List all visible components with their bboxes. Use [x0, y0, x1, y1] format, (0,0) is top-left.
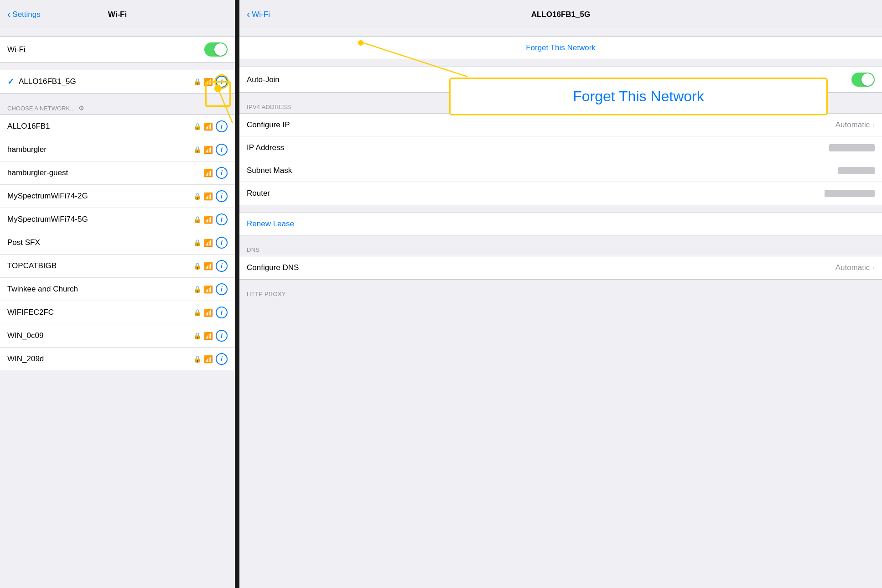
list-item[interactable]: WIN_0c09 🔒 📶 i — [0, 324, 235, 348]
toggle-knob — [214, 43, 227, 56]
info-icon: i — [221, 123, 223, 130]
right-panel-wrapper: ‹ Wi-Fi ALLO16FB1_5G Forget This Network… — [239, 0, 882, 588]
configure-dns-value: Automatic — [835, 263, 870, 272]
info-icon: i — [221, 262, 223, 270]
icons-1: 🔒 📶 i — [193, 144, 228, 156]
info-button-0[interactable]: i — [216, 120, 228, 132]
list-item[interactable]: WIN_209d 🔒 📶 i — [0, 348, 235, 370]
chevron-right-icon: › — [872, 264, 875, 271]
list-item[interactable]: Post SFX 🔒 📶 i — [0, 231, 235, 255]
lock-icon: 🔒 — [193, 239, 201, 246]
network-name-8: WIFIFEC2FC — [7, 308, 193, 317]
auto-join-toggle[interactable] — [851, 73, 875, 87]
list-item[interactable]: hamburgler-guest 📶 i — [0, 161, 235, 185]
forget-network-row[interactable]: Forget This Network — [239, 37, 882, 59]
list-item[interactable]: WIFIFEC2FC 🔒 📶 i — [0, 301, 235, 324]
back-label: Settings — [12, 10, 40, 19]
info-button-4[interactable]: i — [216, 213, 228, 225]
connected-network-row[interactable]: ✓ ALLO16FB1_5G 🔒 📶 i — [0, 70, 235, 93]
wifi-toggle[interactable] — [204, 42, 228, 57]
configure-dns-label: Configure DNS — [247, 263, 835, 272]
configure-ip-label: Configure IP — [247, 120, 835, 130]
forget-network-label: Forget This Network — [526, 43, 596, 52]
left-panel: ‹ Settings Wi-Fi Wi-Fi ✓ ALLO16FB1_5G — [0, 0, 235, 588]
info-icon: i — [221, 169, 223, 177]
router-label: Router — [247, 189, 825, 198]
info-button-2[interactable]: i — [216, 167, 228, 179]
icons-0: 🔒 📶 i — [193, 120, 228, 132]
dns-section: Configure DNS Automatic › — [239, 256, 882, 280]
icons-5: 🔒 📶 i — [193, 237, 228, 249]
network-name-7: Twinkee and Church — [7, 285, 193, 294]
info-button-9[interactable]: i — [216, 330, 228, 342]
icons-9: 🔒 📶 i — [193, 330, 228, 342]
list-item[interactable]: MySpectrumWiFi74-5G 🔒 📶 i — [0, 208, 235, 231]
subnet-mask-label: Subnet Mask — [247, 166, 838, 175]
configure-dns-row[interactable]: Configure DNS Automatic › — [239, 256, 882, 279]
ipv4-header: IPV4 ADDRESS — [239, 100, 882, 113]
list-item[interactable]: hamburgler 🔒 📶 i — [0, 138, 235, 161]
network-name-1: hamburgler — [7, 145, 193, 154]
wifi-icon: 📶 — [204, 285, 213, 294]
info-button-10[interactable]: i — [216, 353, 228, 365]
lock-icon: 🔒 — [193, 146, 201, 153]
info-button-7[interactable]: i — [216, 283, 228, 295]
network-name-10: WIN_209d — [7, 354, 193, 364]
wifi-icon: 📶 — [204, 122, 213, 131]
info-icon: i — [221, 332, 223, 339]
subnet-mask-blurred — [838, 167, 875, 174]
auto-join-knob — [861, 73, 874, 86]
router-blurred — [825, 190, 875, 197]
spinner-icon: ⚙ — [78, 104, 84, 112]
router-row: Router — [239, 182, 882, 205]
wifi-icon: 📶 — [204, 146, 213, 154]
wifi-back-button[interactable]: ‹ Wi-Fi — [247, 9, 270, 21]
network-name-4: MySpectrumWiFi74-5G — [7, 215, 193, 224]
wifi-icon: 📶 — [204, 169, 213, 177]
wifi-icon: 📶 — [204, 332, 213, 340]
info-button-8[interactable]: i — [216, 307, 228, 318]
info-button-6[interactable]: i — [216, 260, 228, 272]
choose-label: CHOOSE A NETWORK... — [7, 105, 75, 112]
connected-info-button[interactable]: i — [216, 76, 228, 88]
panel-divider — [235, 0, 239, 588]
icons-3: 🔒 📶 i — [193, 190, 228, 202]
lock-icon: 🔒 — [193, 262, 201, 270]
ipv4-section: Configure IP Automatic › IP Address Subn… — [239, 113, 882, 205]
info-button-5[interactable]: i — [216, 237, 228, 249]
wifi-icon: 📶 — [204, 308, 213, 317]
info-button-1[interactable]: i — [216, 144, 228, 156]
wifi-icon: 📶 — [204, 192, 213, 201]
lock-icon: 🔒 — [193, 216, 201, 223]
list-item[interactable]: TOPCATBIGB 🔒 📶 i — [0, 255, 235, 278]
lock-icon: 🔒 — [193, 355, 201, 363]
info-icon: i — [221, 286, 223, 293]
right-content: Forget This Network Auto-Join IPV4 ADDRE… — [239, 29, 882, 588]
auto-join-section: Auto-Join — [239, 67, 882, 93]
settings-back-button[interactable]: ‹ Settings — [7, 9, 41, 21]
list-item[interactable]: MySpectrumWiFi74-2G 🔒 📶 i — [0, 185, 235, 208]
ip-address-blurred — [829, 144, 875, 151]
info-button-3[interactable]: i — [216, 190, 228, 202]
list-item[interactable]: Twinkee and Church 🔒 📶 i — [0, 278, 235, 301]
choose-network-header: CHOOSE A NETWORK... ⚙ — [0, 101, 235, 114]
lock-icon: 🔒 — [193, 332, 201, 339]
network-name-9: WIN_0c09 — [7, 331, 193, 340]
configure-ip-row[interactable]: Configure IP Automatic › — [239, 114, 882, 136]
forget-section: Forget This Network — [239, 36, 882, 59]
lock-icon: 🔒 — [193, 286, 201, 293]
wifi-toggle-section: Wi-Fi — [0, 36, 235, 62]
network-name-3: MySpectrumWiFi74-2G — [7, 192, 193, 201]
icons-2: 📶 i — [204, 167, 228, 179]
lock-icon: 🔒 — [193, 78, 201, 85]
icons-6: 🔒 📶 i — [193, 260, 228, 272]
wifi-toggle-row: Wi-Fi — [0, 37, 235, 62]
connected-section: ✓ ALLO16FB1_5G 🔒 📶 i — [0, 70, 235, 94]
chevron-right-icon: › — [872, 121, 875, 129]
dns-header: DNS — [239, 243, 882, 256]
renew-lease-row[interactable]: Renew Lease — [239, 213, 882, 235]
wifi-icon: 📶 — [204, 215, 213, 224]
lock-icon: 🔒 — [193, 309, 201, 316]
icons-4: 🔒 📶 i — [193, 213, 228, 225]
list-item[interactable]: ALLO16FB1 🔒 📶 i — [0, 115, 235, 138]
